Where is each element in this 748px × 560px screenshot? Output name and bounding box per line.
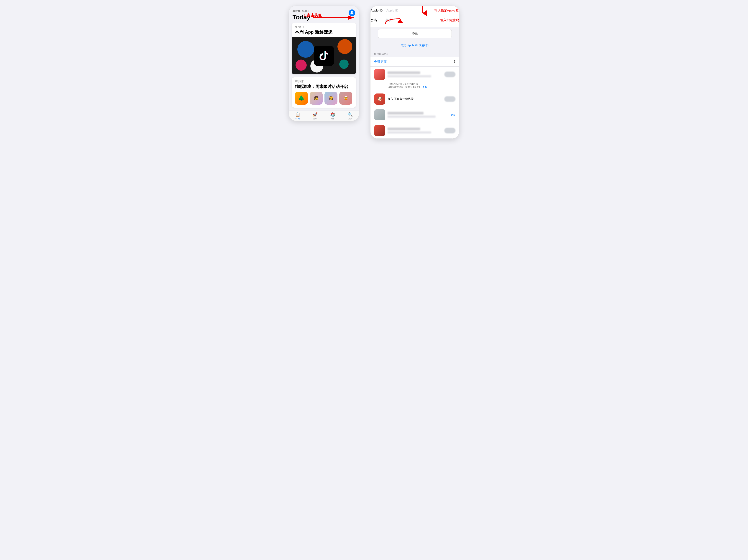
- more-link[interactable]: 更多: [422, 86, 427, 89]
- update-icon-4: [374, 125, 385, 136]
- login-container: Apple ID Apple ID 输入指定Apple ID: [371, 6, 459, 27]
- game-icon-1: 🌲: [295, 92, 308, 104]
- apple-id-placeholder: Apple ID: [386, 9, 398, 12]
- password-input-area: 必填: [381, 18, 440, 22]
- today-title: Today: [293, 14, 355, 21]
- right-phone: Apple ID Apple ID 输入指定Apple ID: [370, 5, 459, 139]
- update-info-1: [388, 71, 442, 77]
- update-item-jd: 🐶 京东-不负每一份热爱: [371, 91, 459, 107]
- apps-nav-icon: 📚: [330, 112, 335, 117]
- games-nav-label: 游戏: [313, 117, 317, 120]
- update-icon-jd: 🐶: [374, 93, 385, 104]
- update-item-1: [371, 67, 459, 83]
- app-desc-blur-3: [388, 116, 436, 118]
- deco-circle-pink: [296, 60, 307, 71]
- app-desc-blur-4: [388, 131, 431, 134]
- deco-circle-blue: [297, 41, 314, 58]
- games-card-title: 精彩游戏：周末限时活动开启: [295, 84, 353, 89]
- bottom-navigation: 📋 Today 🚀 游戏 📚 App 🔍 搜索: [289, 111, 359, 121]
- password-placeholder: 必填: [385, 18, 392, 22]
- forgot-link[interactable]: 忘记 Apple ID 或密码?: [371, 42, 459, 50]
- update-icon-1: [374, 69, 385, 80]
- deco-circle-teal: [339, 60, 349, 69]
- app-desc-blur-1: [388, 75, 431, 77]
- card-sublabel: 时下热门: [292, 23, 356, 29]
- updates-section: 即将自动更新 全部更新 7: [371, 50, 459, 139]
- update-info-3: [388, 112, 448, 118]
- update-icon-3: [374, 109, 385, 120]
- password-field-label: 密码: [371, 18, 381, 22]
- game-icon-4: 🧝: [339, 92, 352, 104]
- games-card-label: 限时特惠: [295, 80, 353, 83]
- nav-search[interactable]: 🔍 搜索: [345, 112, 356, 120]
- spacer: [371, 25, 459, 27]
- apple-id-hint: 输入指定Apple ID: [435, 8, 459, 13]
- update-desc-2: 如有问题或建议，请前往【设置】 更多: [388, 86, 455, 89]
- nav-games[interactable]: 🚀 游戏: [310, 112, 321, 120]
- more-link-3[interactable]: 更多: [451, 113, 455, 116]
- today-nav-icon: 📋: [295, 112, 300, 117]
- update-info-jd: 京东-不负每一份热爱: [388, 97, 442, 101]
- update-btn-blur-jd: [444, 96, 455, 102]
- app-name-blur-4: [388, 127, 420, 130]
- password-row: 密码 必填 输入指定密码: [371, 16, 459, 25]
- search-nav-label: 搜索: [348, 117, 352, 120]
- today-nav-label: Today: [295, 117, 300, 119]
- all-updates-row[interactable]: 全部更新 7: [371, 57, 459, 67]
- right-screen: Apple ID Apple ID 输入指定Apple ID: [371, 6, 459, 139]
- app-name-blur-1: [388, 71, 420, 74]
- auto-update-label: 即将自动更新: [371, 50, 459, 57]
- annotation-click-avatar: 1.点击头像: [304, 13, 322, 18]
- games-card[interactable]: 限时特惠 精彩游戏：周末限时活动开启 🌲 👧 👸 🧝: [292, 77, 356, 108]
- update-btn-blur-4: [444, 128, 455, 133]
- apple-id-row: Apple ID Apple ID 输入指定Apple ID: [371, 6, 459, 16]
- update-desc-area: - 优化产品体验，修复已知问题 如有问题或建议，请前往【设置】 更多: [371, 83, 459, 91]
- card-image: [292, 37, 356, 74]
- update-info-4: [388, 127, 442, 134]
- nav-apps[interactable]: 📚 App: [327, 112, 338, 120]
- update-btn-blur-1: [444, 72, 455, 77]
- app-store-header: 4月24日 星期日 Today: [289, 6, 359, 23]
- tiktok-app-icon: [314, 46, 334, 66]
- update-item-4: [371, 123, 459, 139]
- apple-id-field-label: Apple ID: [371, 9, 382, 13]
- game-icon-3: 👸: [325, 92, 337, 104]
- app-store-screen: 1.点击头像 4月24日 星期日 Today: [289, 6, 359, 121]
- apps-nav-label: App: [331, 117, 334, 119]
- date-display: 4月24日 星期日: [293, 9, 355, 13]
- tiktok-logo: [318, 49, 329, 62]
- jd-app-name: 京东-不负每一份热爱: [388, 97, 442, 101]
- games-nav-icon: 🚀: [312, 112, 318, 117]
- user-icon: [350, 11, 354, 15]
- password-hint: 输入指定密码: [440, 18, 459, 22]
- search-nav-icon: 🔍: [348, 112, 353, 117]
- deco-circle-orange: [337, 39, 352, 54]
- update-desc-1: - 优化产品体验，修复已知问题: [388, 83, 455, 86]
- login-btn-area: 登录: [371, 27, 459, 42]
- game-icons-row: 🌲 👧 👸 🧝: [295, 92, 353, 104]
- card-headline: 本周 App 新鲜速递: [292, 29, 356, 37]
- update-item-3: 更多: [371, 107, 459, 123]
- left-phone: 1.点击头像 4月24日 星期日 Today: [289, 5, 359, 121]
- featured-card[interactable]: 时下热门 本周 App 新鲜速递: [292, 23, 356, 74]
- nav-today[interactable]: 📋 Today: [292, 112, 303, 120]
- login-button[interactable]: 登录: [378, 29, 452, 38]
- all-updates-label: 全部更新: [374, 60, 387, 64]
- avatar-button[interactable]: [349, 9, 355, 16]
- game-icon-2: 👧: [310, 92, 323, 104]
- apple-id-input-area: Apple ID: [382, 9, 435, 13]
- updates-count: 7: [454, 60, 455, 64]
- app-name-blur-3: [388, 112, 423, 114]
